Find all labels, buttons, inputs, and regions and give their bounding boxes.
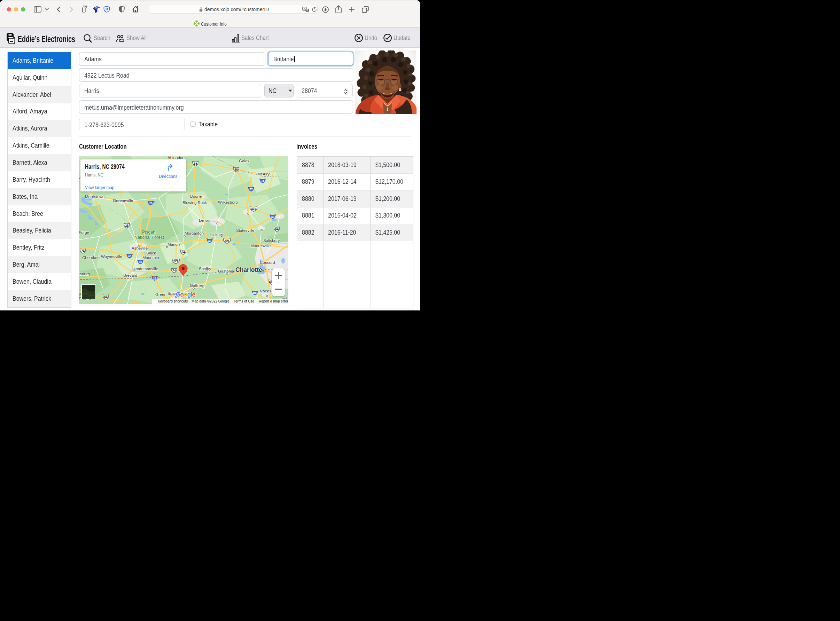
svg-text:Morristown: Morristown xyxy=(85,195,105,199)
svg-text:Black: Black xyxy=(146,251,156,255)
svg-text:64: 64 xyxy=(182,250,185,254)
svg-text:Wilkesboro: Wilkesboro xyxy=(218,200,238,204)
svg-text:26: 26 xyxy=(153,277,156,280)
svg-text:40: 40 xyxy=(208,239,211,242)
svg-text:77: 77 xyxy=(249,188,253,191)
svg-text:Mt Airy: Mt Airy xyxy=(257,172,270,176)
svg-text:Keyboard shortcuts: Keyboard shortcuts xyxy=(158,299,188,303)
svg-text:74: 74 xyxy=(261,179,264,183)
svg-text:Map data ©2022 Google: Map data ©2022 Google xyxy=(191,299,230,303)
svg-text:Pisgah: Pisgah xyxy=(142,230,155,235)
svg-text:421: 421 xyxy=(251,207,256,211)
svg-text:Abingdon: Abingdon xyxy=(168,156,185,160)
svg-text:Mooresville: Mooresville xyxy=(250,244,271,248)
svg-text:A: A xyxy=(304,7,306,11)
svg-text:74: 74 xyxy=(172,269,176,272)
svg-text:Mountain: Mountain xyxy=(143,256,159,260)
svg-text:Brevard: Brevard xyxy=(123,273,137,277)
svg-text:Waynesville: Waynesville xyxy=(101,254,122,259)
svg-text:Asheville: Asheville xyxy=(132,246,148,250)
svg-text:Gastonia: Gastonia xyxy=(218,269,234,273)
svg-text:40: 40 xyxy=(128,254,131,258)
svg-text:Lenoir: Lenoir xyxy=(199,218,210,223)
svg-text:Concord: Concord xyxy=(260,261,275,265)
svg-text:Greer: Greer xyxy=(155,292,166,297)
svg-text:Cherokee: Cherokee xyxy=(82,256,100,260)
svg-text:Hickory: Hickory xyxy=(210,233,223,237)
svg-text:Terms of Use: Terms of Use xyxy=(234,299,254,303)
svg-text:74: 74 xyxy=(81,249,85,253)
svg-text:Charlotte: Charlotte xyxy=(235,266,262,273)
svg-text:221: 221 xyxy=(173,259,178,263)
svg-text:Harris, NC: Harris, NC xyxy=(85,172,103,177)
svg-text:26: 26 xyxy=(139,261,142,264)
svg-text:Blowing Rock: Blowing Rock xyxy=(182,200,207,204)
svg-text:Directions: Directions xyxy=(159,173,177,179)
svg-text:Boone: Boone xyxy=(190,194,202,198)
svg-text:inburg: inburg xyxy=(79,272,90,276)
svg-text:e: e xyxy=(192,291,196,298)
svg-text:Report a map error: Report a map error xyxy=(259,299,288,303)
svg-text:Greeneville: Greeneville xyxy=(113,198,133,203)
svg-text:58: 58 xyxy=(234,168,238,171)
svg-text:40: 40 xyxy=(271,215,274,219)
svg-text:64: 64 xyxy=(275,227,279,231)
svg-text:26: 26 xyxy=(149,201,153,205)
svg-text:Salisbury: Salisbury xyxy=(263,238,280,242)
svg-text:Shelby: Shelby xyxy=(199,267,211,271)
svg-text:Morganton: Morganton xyxy=(185,231,204,235)
svg-text:Marion: Marion xyxy=(168,242,180,247)
svg-text:485: 485 xyxy=(252,291,257,295)
svg-text:Galax: Galax xyxy=(239,159,249,163)
svg-text:Hendersonville: Hendersonville xyxy=(132,267,158,271)
svg-text:View larger map: View larger map xyxy=(85,185,114,190)
svg-text:National Forest: National Forest xyxy=(135,235,164,240)
svg-text:25: 25 xyxy=(125,224,129,227)
svg-text:58: 58 xyxy=(194,162,197,165)
svg-text:Forge: Forge xyxy=(79,230,89,235)
svg-text:Gaffney: Gaffney xyxy=(190,283,204,288)
svg-text:64: 64 xyxy=(104,295,108,299)
svg-text:Harris, NC 28074: Harris, NC 28074 xyxy=(85,163,125,170)
svg-text:Statesville: Statesville xyxy=(236,228,254,233)
svg-text:321: 321 xyxy=(224,239,229,242)
